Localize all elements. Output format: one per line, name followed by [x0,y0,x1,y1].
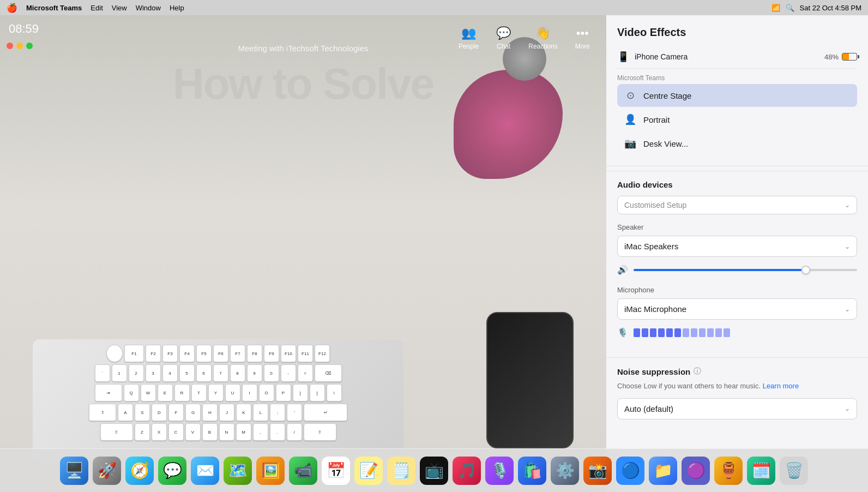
app-name[interactable]: Microsoft Teams [26,4,82,12]
volume-slider-thumb[interactable] [801,266,810,274]
level-bar-3 [650,328,656,337]
battery-percentage: 48% [824,53,839,61]
dock-photos[interactable]: 🖼️ [256,457,285,485]
phone-icon: 📱 [617,51,629,63]
app-container: How to Solve F1 F2 F3 F4 F5 F6 F7 F8 F9 … [0,15,868,492]
search-icon[interactable]: 🔍 [786,4,794,12]
noise-value: Auto (default) [624,404,673,413]
dock-files[interactable]: 📁 [649,457,677,485]
menu-edit[interactable]: Edit [91,4,103,12]
noise-header: Noise suppression ⓘ [617,367,857,376]
volume-slider-track[interactable] [634,269,857,271]
battery-fill [842,53,849,60]
dock-messages[interactable]: 💬 [158,457,186,485]
dock-facetime[interactable]: 📹 [289,457,317,485]
dark-device [486,312,574,448]
dock-sysprefs[interactable]: ⚙️ [551,457,579,485]
microphone-device-name: iMac Microphone [624,304,686,314]
volume-icon: 🔊 [617,265,628,275]
dock-mail[interactable]: ✉️ [191,457,219,485]
noise-section: Noise suppression ⓘ Choose Low if you wa… [606,357,868,428]
window-controls [7,43,33,49]
dock-finder[interactable]: 🖥️ [60,457,88,485]
more-button[interactable]: ••• More [568,22,598,55]
reactions-icon: 👋 [535,26,550,40]
menu-help[interactable]: Help [170,4,184,12]
learn-more-link[interactable]: Learn more [763,382,799,390]
volume-row: 🔊 [617,262,857,277]
microphone-chevron-icon: ⌄ [845,305,850,313]
dock-misc2[interactable]: 🗓️ [747,457,775,485]
volume-slider-fill [634,269,801,271]
wifi-icon: 📶 [771,4,780,12]
menu-window[interactable]: Window [136,4,161,12]
info-icon[interactable]: ⓘ [694,367,701,376]
camera-left: 📱 iPhone Camera [617,51,688,63]
level-bar-2 [642,328,648,337]
maximize-button[interactable] [26,43,33,49]
level-bar-10 [707,328,714,337]
battery-info: 48% [824,53,857,61]
people-button[interactable]: 👥 People [451,22,486,55]
chevron-down-icon: ⌄ [845,201,850,209]
noise-title: Noise suppression [617,367,690,376]
speaker-section: Speaker iMac Speakers ⌄ 🔊 [617,223,857,277]
people-icon: 👥 [461,26,476,40]
level-bar-6 [674,328,681,337]
portrait-label: Portrait [643,115,670,124]
customised-setup[interactable]: Customised Setup ⌄ [617,196,857,214]
dock-appletv[interactable]: 📺 [420,457,448,485]
portrait-option[interactable]: 👤 Portrait [617,108,857,131]
menu-view[interactable]: View [112,4,127,12]
camera-row: 📱 iPhone Camera 48% [617,45,857,69]
level-bar-1 [634,328,640,337]
microphone-dropdown[interactable]: iMac Microphone ⌄ [617,298,857,320]
minimize-button[interactable] [16,43,23,49]
dock-screenium[interactable]: 📸 [583,457,612,485]
dock-teams[interactable]: 🟣 [682,457,710,485]
mic-level-bars [634,328,730,337]
desk-view-icon: 📷 [624,137,637,149]
speaker-device-name: iMac Speakers [624,242,678,251]
speaker-dropdown[interactable]: iMac Speakers ⌄ [617,236,857,257]
more-icon: ••• [576,26,589,40]
chat-button[interactable]: 💬 Chat [489,22,519,55]
menubar: 🍎 Microsoft Teams Edit View Window Help … [0,0,868,15]
level-bar-9 [699,328,706,337]
desk-view-option[interactable]: 📷 Desk View... [617,132,857,155]
apple-menu[interactable]: 🍎 [7,3,17,13]
window-title: Meeting with iTechsoft Technologies [238,44,368,53]
dock-misc1[interactable]: 🏺 [714,457,743,485]
dock-zoom[interactable]: 🔵 [616,457,644,485]
dock-launchpad[interactable]: 🚀 [93,457,121,485]
reactions-button[interactable]: 👋 Reactions [521,22,565,55]
dock-podcasts[interactable]: 🎙️ [485,457,514,485]
level-bar-8 [691,328,697,337]
dock-maps[interactable]: 🗺️ [224,457,252,485]
dock-stickies[interactable]: 🗒️ [387,457,415,485]
speaker-label: Speaker [617,223,857,231]
dock: 🖥️ 🚀 🧭 💬 ✉️ 🗺️ 🖼️ 📹 📅 📝 🗒️ 📺 🎵 🎙️ 🛍️ ⚙️ … [0,448,868,492]
right-panel: Video Effects 📱 iPhone Camera 48% Micros… [606,15,868,492]
dock-safari[interactable]: 🧭 [125,457,154,485]
noise-dropdown[interactable]: Auto (default) ⌄ [617,398,857,419]
level-bar-7 [683,328,689,337]
microphone-section: Microphone iMac Microphone ⌄ 🎙️ [617,286,857,340]
dock-notes[interactable]: 📝 [354,457,383,485]
dock-trash[interactable]: 🗑️ [780,457,808,485]
level-bar-4 [658,328,665,337]
dock-calendar[interactable]: 📅 [322,457,350,485]
datetime: Sat 22 Oct 4:58 PM [800,4,861,12]
camera-name: iPhone Camera [635,52,688,61]
microphone-icon: 🎙️ [617,327,628,338]
dock-appstore[interactable]: 🛍️ [518,457,546,485]
level-bar-5 [666,328,673,337]
top-toolbar: 👥 People 💬 Chat 👋 Reactions ••• More [451,22,606,55]
centre-stage-option[interactable]: ⊙ Centre Stage [617,84,857,107]
close-button[interactable] [7,43,13,49]
divider-1 [606,166,868,166]
video-area: How to Solve F1 F2 F3 F4 F5 F6 F7 F8 F9 … [0,15,606,492]
dock-music[interactable]: 🎵 [453,457,481,485]
battery-bar [842,53,857,61]
microphone-label: Microphone [617,286,857,294]
